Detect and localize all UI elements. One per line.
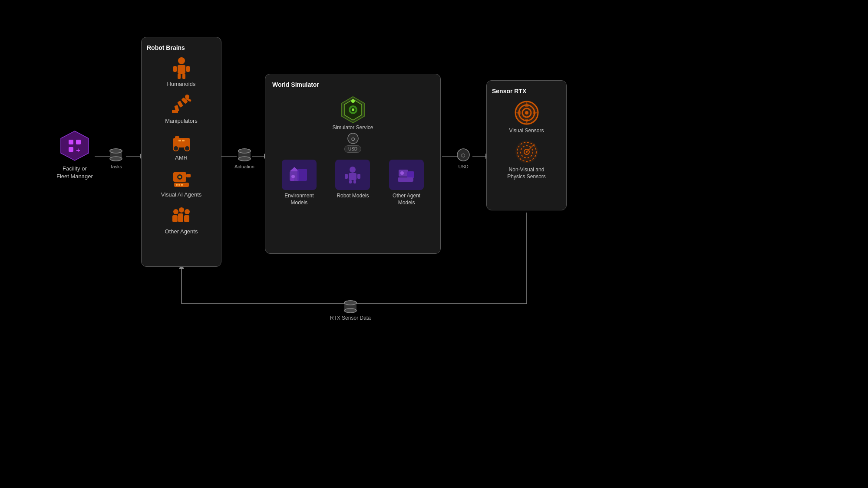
brain-item-humanoids: Humanoids [147,56,216,91]
simulator-service: Simulator Service [272,95,433,131]
nonvisual-sensors-label: Non-Visual andPhysics Sensors [507,167,546,180]
actuation-node: Actuation [234,147,254,169]
brain-item-other-agents: Other Agents [147,204,216,238]
brain-item-visual-ai: Visual AI Agents [147,167,216,201]
svg-rect-46 [175,136,179,140]
svg-marker-24 [61,131,89,160]
svg-rect-35 [173,66,177,72]
usd-inner-icon: ⬡ [347,132,359,144]
svg-rect-34 [178,65,185,74]
svg-point-60 [179,207,184,213]
svg-rect-50 [182,140,185,141]
robot-models-icon-box [335,160,370,190]
visual-sensors-icon [514,100,540,126]
tasks-label: Tasks [110,164,122,169]
svg-rect-41 [177,101,183,108]
svg-text:+: + [76,147,80,154]
world-sim-title: World Simulator [272,81,433,88]
robot-models: Robot Models [335,160,370,206]
svg-point-82 [350,167,356,173]
svg-rect-26 [76,140,81,144]
environment-models: EnvironmentModels [282,160,317,206]
svg-point-108 [344,301,356,305]
actuation-label: Actuation [234,164,254,169]
robot-models-label: Robot Models [337,193,369,200]
sensor-item-nonvisual: Non-Visual andPhysics Sensors [492,139,561,180]
facility-label: Facility or Fleet Manager [56,165,93,180]
simulator-service-icon [339,95,367,123]
svg-rect-85 [357,174,360,179]
svg-rect-37 [178,74,181,79]
sensor-rtx-title: Sensor RTX [492,88,561,95]
other-agents-label: Other Agents [165,228,198,235]
svg-rect-86 [349,180,352,183]
visual-sensors-label: Visual Sensors [509,128,544,134]
usd-right-node: ⬡ USD [456,147,471,169]
humanoids-icon [170,56,193,80]
svg-rect-27 [69,147,73,152]
svg-rect-56 [176,184,178,186]
svg-rect-79 [297,169,307,181]
robot-brains-title: Robot Brains [147,44,216,51]
actuation-cylinder-icon [237,147,252,162]
svg-rect-84 [345,174,348,179]
svg-point-59 [173,209,178,214]
svg-point-68 [238,149,251,153]
environment-models-icon-box [282,160,317,190]
svg-rect-63 [178,213,183,222]
manipulators-label: Manipulators [165,118,197,124]
amr-label: AMR [175,154,188,161]
other-agent-models: Other AgentModels [389,160,424,206]
robot-models-icon [341,165,364,184]
visual-ai-icon [170,167,193,190]
brain-item-manipulators: Manipulators [147,93,216,128]
usd-right-label: USD [458,164,468,169]
svg-rect-36 [186,66,190,72]
sensor-rtx-box: Sensor RTX Visual Sensors [486,80,567,210]
usd-badge-inner: USD [344,145,361,153]
svg-point-48 [185,146,190,151]
svg-point-80 [291,175,295,178]
svg-text:⬡: ⬡ [351,137,355,141]
humanoids-label: Humanoids [167,81,196,87]
svg-rect-89 [407,171,414,178]
svg-text:⬡: ⬡ [461,153,465,158]
svg-point-73 [352,108,354,111]
svg-rect-38 [182,74,185,79]
usd-right-cylinder-icon: ⬡ [456,147,471,162]
svg-point-90 [400,171,404,175]
rtx-cylinder-icon [343,299,358,314]
svg-point-53 [178,176,181,178]
svg-rect-83 [349,173,356,180]
brain-item-amr: AMR [147,130,216,164]
rtx-sensor-label: RTX Sensor Data [330,299,371,321]
other-agent-models-icon [395,165,418,184]
svg-rect-87 [353,180,356,183]
svg-rect-81 [290,178,294,181]
svg-point-67 [238,157,251,161]
tasks-node: Tasks [109,147,123,169]
svg-point-74 [351,99,355,103]
amr-icon [170,130,193,154]
svg-point-31 [110,157,122,161]
diagram: + Facility or Fleet Manager Tasks Robot … [0,0,868,488]
svg-point-98 [525,111,528,115]
tasks-cylinder-icon [109,147,123,162]
other-agents-icon [170,204,193,227]
svg-rect-25 [69,140,73,144]
svg-point-32 [110,149,122,153]
svg-point-61 [185,209,190,214]
facility-icon: + [59,130,90,161]
other-agent-models-icon-box [389,160,424,190]
visual-ai-label: Visual AI Agents [161,191,202,198]
other-agent-models-label: Other AgentModels [393,193,420,206]
environment-models-label: EnvironmentModels [284,193,314,206]
svg-point-47 [173,146,178,151]
manipulators-icon [170,93,193,117]
svg-point-33 [178,57,185,64]
svg-rect-58 [181,184,183,186]
world-simulator-box: World Simulator Simulator Service ⬡ [265,74,441,254]
svg-rect-49 [178,140,181,141]
svg-rect-62 [172,215,178,222]
svg-rect-64 [184,215,189,222]
